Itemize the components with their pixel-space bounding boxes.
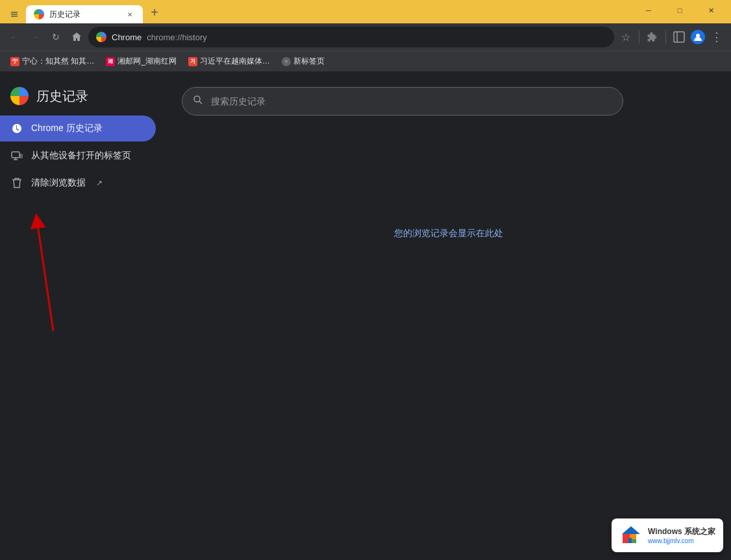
- sidebar-toggle-button[interactable]: [670, 28, 688, 46]
- svg-rect-3: [12, 152, 19, 158]
- sidebar-item-clear-data[interactable]: 清除浏览数据 ↗: [0, 170, 156, 196]
- tab-close-button[interactable]: ✕: [125, 9, 135, 19]
- search-input[interactable]: [211, 96, 612, 106]
- window-controls: ─ □ ✕: [634, 1, 726, 22]
- empty-state: 您的浏览记录会显示在此处: [182, 136, 715, 331]
- tab-strip: 历史记录 ✕ +: [5, 0, 634, 23]
- browser-toolbar: ← → ↻ Chrome chrome://history ☆ ⋮: [0, 23, 731, 51]
- address-bar[interactable]: Chrome chrome://history: [88, 27, 614, 47]
- bookmark-favicon-2: 湘: [106, 57, 115, 66]
- search-bar-icon: [193, 95, 203, 108]
- bookmark-item-1[interactable]: 宁 宁心：知其然 知其…: [5, 53, 99, 69]
- address-site-name: Chrome: [112, 32, 142, 42]
- toolbar-divider: [639, 30, 639, 43]
- watermark: Windows 系统之家 www.bjjmlv.com: [612, 518, 723, 552]
- active-tab: 历史记录 ✕: [26, 5, 143, 23]
- bookmark-label-4: 新标签页: [293, 56, 325, 67]
- svg-rect-4: [20, 154, 22, 158]
- bookmark-item-4[interactable]: ○ 新标签页: [277, 53, 330, 69]
- title-bar: 历史记录 ✕ + ─ □ ✕: [0, 0, 731, 23]
- sidebar-nav: Chrome 历史记录 从其他设备打开的标签页 清除浏览数据 ↗: [0, 116, 166, 196]
- trash-icon: [10, 177, 23, 189]
- tab-title: 历史记录: [49, 9, 119, 20]
- maximize-button[interactable]: □: [665, 1, 695, 19]
- back-button[interactable]: ←: [5, 28, 23, 46]
- close-button[interactable]: ✕: [696, 1, 726, 19]
- new-tab-button[interactable]: +: [145, 3, 164, 21]
- watermark-url: www.bjjmlv.com: [648, 537, 715, 544]
- main-content: 历史记录 Chrome 历史记录 从其他设备打开的标签页: [0, 71, 731, 560]
- history-page-content: 您的浏览记录会显示在此处: [166, 71, 731, 560]
- empty-state-message: 您的浏览记录会显示在此处: [394, 228, 503, 239]
- bookmark-item-2[interactable]: 湘 湘邮网_湖南红网: [101, 53, 182, 69]
- tab-list-button[interactable]: [5, 5, 23, 23]
- bookmark-star-button[interactable]: ☆: [617, 28, 635, 46]
- bookmarks-bar: 宁 宁心：知其然 知其… 湘 湘邮网_湖南红网 习 习近平在越南媒体… ○ 新标…: [0, 51, 731, 71]
- bookmark-label-3: 习近平在越南媒体…: [200, 56, 270, 67]
- svg-rect-13: [628, 538, 632, 543]
- sidebar: 历史记录 Chrome 历史记录 从其他设备打开的标签页: [0, 71, 166, 560]
- search-bar[interactable]: [182, 87, 623, 116]
- svg-rect-0: [674, 32, 684, 42]
- sidebar-item-chrome-history[interactable]: Chrome 历史记录: [0, 116, 156, 141]
- sidebar-title: 历史记录: [36, 88, 88, 105]
- address-url: chrome://history: [147, 32, 206, 42]
- bookmark-favicon-4: ○: [282, 57, 291, 66]
- toolbar-divider-2: [665, 30, 666, 43]
- toolbar-actions: ☆ ⋮: [617, 28, 726, 46]
- bookmark-item-3[interactable]: 习 习近平在越南媒体…: [183, 53, 275, 69]
- svg-line-6: [199, 101, 202, 104]
- forward-button[interactable]: →: [26, 28, 44, 46]
- sidebar-item-label-other-devices: 从其他设备打开的标签页: [31, 150, 131, 162]
- bookmark-label-2: 湘邮网_湖南红网: [118, 56, 177, 67]
- chrome-logo-icon: [10, 87, 29, 105]
- tab-favicon-icon: [34, 9, 44, 19]
- bookmark-label-1: 宁心：知其然 知其…: [22, 56, 94, 67]
- profile-avatar[interactable]: [691, 30, 705, 44]
- sidebar-item-other-devices[interactable]: 从其他设备打开的标签页: [0, 143, 156, 169]
- devices-icon: [10, 149, 23, 162]
- watermark-icon: [619, 524, 643, 547]
- minimize-button[interactable]: ─: [634, 1, 663, 19]
- chrome-menu-button[interactable]: ⋮: [708, 28, 726, 46]
- sidebar-item-label-clear-data: 清除浏览数据: [31, 177, 86, 189]
- bookmark-favicon-3: 习: [188, 57, 197, 66]
- svg-point-5: [194, 96, 200, 102]
- external-link-icon: ↗: [96, 178, 103, 188]
- extensions-button[interactable]: [643, 28, 662, 46]
- home-button[interactable]: [68, 28, 86, 46]
- sidebar-item-label-chrome-history: Chrome 历史记录: [31, 123, 103, 134]
- sidebar-header: 历史记录: [0, 82, 166, 116]
- address-favicon-icon: [96, 32, 106, 42]
- history-icon: [10, 122, 23, 135]
- watermark-title: Windows 系统之家: [648, 526, 715, 537]
- watermark-text: Windows 系统之家 www.bjjmlv.com: [648, 526, 715, 544]
- bookmark-favicon-1: 宁: [10, 57, 19, 66]
- reload-button[interactable]: ↻: [47, 28, 65, 46]
